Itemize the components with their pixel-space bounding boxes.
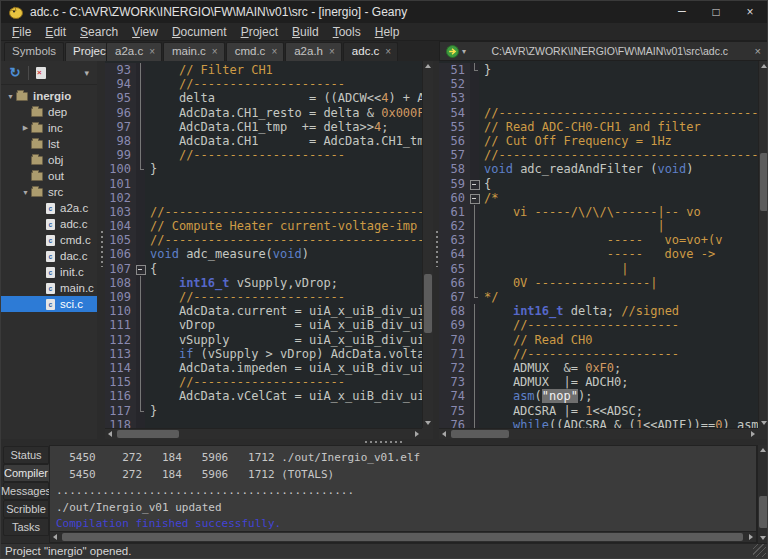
scroll-down-icon[interactable] — [758, 533, 768, 543]
tree-item-out[interactable]: out — [1, 168, 97, 184]
tree-item-inc[interactable]: ▶inc — [1, 120, 97, 136]
code-area-left[interactable]: 93 // Filter CH194 //-------------------… — [105, 61, 422, 428]
tree-item-sci.c[interactable]: csci.c — [1, 296, 97, 312]
sidebar-tab-symbols[interactable]: Symbols — [4, 42, 64, 61]
tree-item-inergio[interactable]: ▼inergio — [1, 88, 97, 104]
vertical-scrollbar[interactable] — [422, 61, 433, 428]
navigate-icon[interactable] — [446, 45, 459, 58]
expander-open-icon[interactable]: ▼ — [5, 93, 16, 100]
horizontal-scrollbar[interactable] — [105, 428, 422, 439]
close-tab-icon[interactable]: × — [149, 47, 155, 57]
bottom-tab-scribble[interactable]: Scribble — [3, 500, 49, 518]
code-text: vi -----/\/\/\------|-- vo — [479, 205, 701, 219]
tree-item-src[interactable]: ▼src — [1, 184, 97, 200]
scrollbar-thumb[interactable] — [424, 274, 432, 333]
menu-search[interactable]: Search — [73, 23, 125, 41]
scroll-right-icon[interactable] — [412, 429, 422, 439]
tree-item-init.c[interactable]: cinit.c — [1, 264, 97, 280]
fold-toggle-icon[interactable] — [136, 262, 145, 276]
tree-item-dep[interactable]: dep — [1, 104, 97, 120]
close-tab-icon[interactable]: × — [385, 47, 391, 57]
menu-view[interactable]: View — [125, 23, 165, 41]
scrollbar-thumb[interactable] — [451, 430, 509, 438]
scroll-down-icon[interactable] — [423, 418, 433, 428]
split-close-icon[interactable]: × — [748, 45, 768, 57]
code-line: 65 | — [439, 262, 758, 276]
bottom-tab-compiler[interactable]: Compiler — [3, 464, 49, 482]
close-document-icon[interactable]: × — [33, 64, 49, 82]
code-text — [479, 77, 484, 91]
line-number: 70 — [439, 333, 470, 347]
scrollbar-thumb[interactable] — [760, 153, 768, 212]
scrollbar-thumb[interactable] — [759, 496, 768, 528]
tree-item-a2a.c[interactable]: ca2a.c — [1, 200, 97, 216]
close-tab-icon[interactable]: × — [329, 47, 335, 57]
scrollbar-thumb[interactable] — [62, 533, 743, 541]
bottom-tab-status[interactable]: Status — [3, 446, 49, 464]
menu-tools[interactable]: Tools — [326, 23, 368, 41]
fold-toggle-icon[interactable] — [470, 177, 479, 191]
close-tab-icon[interactable]: × — [271, 47, 277, 57]
compiler-output[interactable]: 5450 272 184 5906 1712 ./out/Inergio_v01… — [49, 445, 757, 543]
menu-edit[interactable]: Edit — [38, 23, 73, 41]
menu-build[interactable]: Build — [285, 23, 326, 41]
scroll-up-icon[interactable] — [758, 445, 768, 455]
horizontal-scrollbar[interactable] — [50, 531, 756, 542]
editor-tab-main.c[interactable]: main.c× — [163, 42, 225, 61]
maximize-button[interactable]: □ — [699, 1, 733, 23]
code-area-right[interactable]: 51}525354//-----------------------------… — [439, 61, 758, 428]
editor-tab-cmd.c[interactable]: cmd.c× — [226, 42, 285, 61]
horizontal-scrollbar[interactable] — [439, 428, 758, 439]
close-button[interactable]: × — [733, 1, 767, 23]
tree-item-lst[interactable]: lst — [1, 136, 97, 152]
editor-pane-left[interactable]: 93 // Filter CH194 //-------------------… — [105, 61, 433, 439]
menu-file[interactable]: File — [5, 23, 38, 41]
code-text: delta = ((ADCW<<4) + A — [145, 91, 422, 105]
editor-tab-a2a.c[interactable]: a2a.c× — [106, 42, 162, 61]
code-line: 60/* — [439, 191, 758, 205]
editor-tab-a2a.h[interactable]: a2a.h× — [285, 42, 342, 61]
menu-document[interactable]: Document — [165, 23, 234, 41]
fold-margin — [136, 304, 145, 318]
vertical-scrollbar[interactable] — [758, 61, 768, 428]
tree-item-adc.c[interactable]: cadc.c — [1, 216, 97, 232]
scroll-down-icon[interactable] — [759, 418, 768, 428]
resize-grip-icon[interactable] — [753, 544, 766, 557]
editor-pane-right[interactable]: 51}525354//-----------------------------… — [439, 61, 768, 439]
scroll-up-icon[interactable] — [423, 61, 433, 71]
menu-help[interactable]: Help — [368, 23, 407, 41]
folder-icon — [31, 108, 43, 117]
refresh-icon[interactable]: ↻ — [6, 64, 24, 82]
line-number: 53 — [439, 91, 470, 105]
minimize-button[interactable]: – — [665, 1, 699, 23]
tree-item-label: main.c — [60, 282, 94, 294]
tree-item-main.c[interactable]: cmain.c — [1, 280, 97, 296]
expander-closed-icon[interactable]: ▶ — [20, 124, 31, 132]
editor-tab-adc.c[interactable]: adc.c× — [343, 42, 398, 61]
tree-item-cmd.c[interactable]: ccmd.c — [1, 232, 97, 248]
fold-margin — [470, 375, 479, 389]
scroll-left-icon[interactable] — [50, 532, 60, 542]
sidebar-splitter[interactable] — [97, 61, 105, 439]
dropdown-icon[interactable]: ▾ — [84, 68, 92, 78]
bottom-tab-messages[interactable]: Messages — [3, 482, 49, 500]
scroll-left-icon[interactable] — [105, 429, 115, 439]
tree-item-dac.c[interactable]: cdac.c — [1, 248, 97, 264]
vertical-scrollbar[interactable] — [757, 445, 768, 543]
scroll-up-icon[interactable] — [759, 61, 768, 71]
menu-project[interactable]: Project — [234, 23, 285, 41]
bottom-tab-tasks[interactable]: Tasks — [3, 518, 49, 536]
chevron-down-icon[interactable]: ▾ — [462, 47, 466, 56]
line-number: 95 — [105, 91, 136, 105]
code-line: 51} — [439, 63, 758, 77]
scroll-right-icon[interactable] — [748, 429, 758, 439]
close-tab-icon[interactable]: × — [212, 47, 218, 57]
scrollbar-thumb[interactable] — [117, 430, 179, 438]
line-number: 68 — [439, 304, 470, 318]
fold-toggle-icon[interactable] — [470, 191, 479, 205]
scroll-right-icon[interactable] — [746, 532, 756, 542]
scroll-left-icon[interactable] — [439, 429, 449, 439]
tree-item-obj[interactable]: obj — [1, 152, 97, 168]
code-line: 101 — [105, 177, 422, 191]
expander-open-icon[interactable]: ▼ — [20, 189, 31, 196]
